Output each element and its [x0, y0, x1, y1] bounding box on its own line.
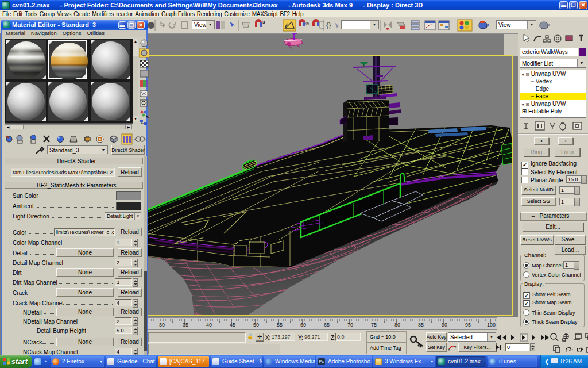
svg-text:{}: {}: [326, 21, 331, 29]
svg-text:3: 3: [262, 20, 265, 25]
svg-text:%: %: [305, 21, 309, 26]
